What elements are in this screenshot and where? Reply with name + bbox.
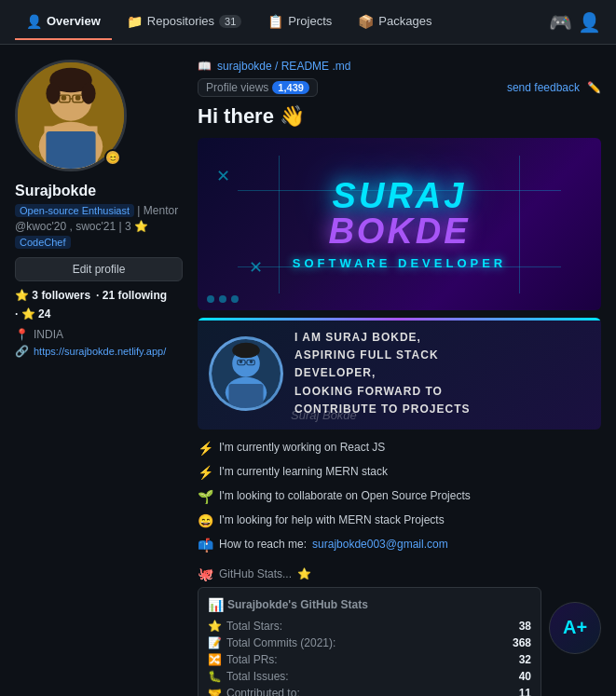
follow-stats: ⭐ 3 followers · 21 following · ⭐ 24 — [15, 289, 183, 321]
commits-value: 368 — [513, 636, 531, 649]
issues-label: Total Issues: — [226, 670, 289, 683]
followers-label: followers — [41, 289, 90, 302]
meta-website[interactable]: 🔗 https://surajbokde.netlify.app/ — [15, 345, 183, 358]
tab-packages-label: Packages — [378, 14, 431, 28]
banner-dots — [207, 295, 239, 303]
profile-view-row: Profile views 1,439 send feedback ✏️ — [198, 78, 601, 97]
bullet-text-3: I'm looking for help with MERN stack Pro… — [219, 512, 445, 528]
profile-view-badge: Profile views 1,439 — [198, 78, 318, 97]
info-line-3: DEVELOPER, — [294, 364, 590, 382]
banner-dot-2 — [219, 295, 226, 303]
contributed-label: Contributed to: — [226, 687, 300, 696]
edit-icon[interactable]: ✏️ — [587, 81, 601, 94]
commits-icon: 📝 — [208, 636, 222, 649]
avatar-wrap: 😊 — [15, 60, 127, 171]
stats-row-contributed: 🤝 Contributed to: 11 — [208, 687, 531, 696]
banner-name-bot: BOKDE — [293, 213, 506, 249]
stats-row-stars: ⭐ Total Stars: 38 — [208, 620, 531, 633]
repositories-icon: 📁 — [127, 14, 143, 29]
nav-emoji-1: 🎮 — [549, 11, 572, 34]
followers-count: 3 — [32, 289, 38, 302]
stats-row-prs: 🔀 Total PRs: 32 — [208, 653, 531, 666]
banner-name-top: SURAJ — [293, 178, 506, 213]
banner-text: SURAJ BOKDE SOFTWARE DEVELOPER — [293, 178, 506, 270]
list-item-1: ⚡ I'm currently learning MERN stack — [198, 463, 601, 483]
send-feedback-link[interactable]: send feedback — [507, 81, 580, 94]
info-text: I AM SURAJ BOKDE, ASPIRING FULL STACK DE… — [294, 329, 590, 418]
edit-profile-button[interactable]: Edit profile — [15, 257, 183, 281]
location-text: INDIA — [34, 328, 63, 341]
info-line-4: LOOKING FORWARD TO — [294, 383, 590, 401]
stats-section: 📊 Surajbokde's GitHub Stats ⭐ Total Star… — [198, 587, 601, 696]
bullet-text-4: How to reach me: — [219, 536, 307, 553]
banner-dot-3 — [231, 295, 239, 303]
list-item-0: ⚡ I'm currently working on React JS — [198, 439, 601, 458]
profile-meta: 📍 INDIA 🔗 https://surajbokde.netlify.app… — [15, 328, 183, 358]
bullet-icon-0: ⚡ — [198, 439, 213, 458]
readme-header: 📖 surajbokde / README .md — [198, 60, 601, 73]
tab-projects[interactable]: 📋 Projects — [256, 5, 343, 40]
github-stats-label: GitHub Stats... — [219, 567, 292, 580]
tab-overview[interactable]: 👤 Overview — [15, 5, 112, 40]
following-count: 21 — [103, 289, 115, 302]
tab-overview-label: Overview — [47, 14, 101, 28]
info-card-bar — [198, 318, 601, 321]
issues-icon: 🐛 — [208, 670, 222, 683]
readme-path[interactable]: surajbokde / README .md — [217, 60, 350, 73]
grade-badge: A+ — [549, 602, 601, 654]
banner-image: ✕ ✕ SURAJ BOKDE SOFTWARE DEVELOPER — [198, 138, 601, 310]
stars-value: 38 — [519, 620, 531, 633]
wave-emoji: 👋 — [280, 104, 305, 129]
tab-repositories[interactable]: 📁 Repositories 31 — [116, 5, 253, 40]
stars-label: Total Stars: — [226, 620, 282, 633]
projects-icon: 📋 — [267, 14, 283, 29]
email-link[interactable]: surajbokde003@gmail.com — [312, 536, 448, 553]
bio-mentor: | Mentor — [137, 204, 178, 217]
profile-username: Surajbokde — [15, 183, 183, 199]
list-item-3: 😄 I'm looking for help with MERN stack P… — [198, 512, 601, 531]
main-content: 📖 surajbokde / README .md Profile views … — [198, 60, 601, 696]
bullet-text-2: I'm looking to collaborate on Open Sourc… — [219, 487, 471, 504]
bullet-icon-2: 🌱 — [198, 487, 213, 507]
nav-avatar-group: 🎮 👤 — [549, 11, 601, 34]
tab-repositories-label: Repositories — [147, 14, 214, 28]
github-badge-icon: ⭐ — [297, 567, 311, 580]
svg-point-11 — [46, 83, 60, 104]
svg-point-5 — [62, 95, 67, 101]
bio-codechef-tag: CodeChef — [15, 236, 71, 249]
svg-rect-4 — [46, 131, 95, 169]
readme-book-icon: 📖 — [198, 60, 212, 73]
commits-label: Total Commits (2021): — [226, 636, 335, 649]
bio-extra: @kwoc'20 , swoc'21 | 3 ⭐ — [15, 220, 148, 233]
info-avatar — [209, 336, 283, 411]
stats-card-title: 📊 Surajbokde's GitHub Stats — [208, 597, 531, 612]
prs-value: 32 — [519, 653, 531, 666]
tab-packages[interactable]: 📦 Packages — [347, 5, 443, 40]
list-item-2: 🌱 I'm looking to collaborate on Open Sou… — [198, 487, 601, 507]
bullet-icon-1: ⚡ — [198, 463, 213, 483]
following-label: following — [117, 289, 167, 302]
svg-point-18 — [250, 360, 253, 363]
nav-avatar[interactable]: 👤 — [578, 11, 601, 34]
hi-there-text: Hi there — [198, 104, 274, 129]
bullet-text-0: I'm currently working on React JS — [219, 439, 385, 456]
profile-bio: Open-source Enthusiast | Mentor @kwoc'20… — [15, 203, 183, 250]
main-layout: 😊 Surajbokde Open-source Enthusiast | Me… — [0, 45, 616, 696]
svg-point-17 — [240, 360, 243, 363]
stats-title-icon: 📊 — [208, 597, 224, 612]
stats-row-commits: 📝 Total Commits (2021): 368 — [208, 636, 531, 649]
banner-deco-x2: ✕ — [249, 257, 263, 278]
stars-count: 24 — [38, 307, 50, 321]
sidebar: 😊 Surajbokde Open-source Enthusiast | Me… — [15, 60, 183, 696]
stats-row-issues: 🐛 Total Issues: 40 — [208, 670, 531, 683]
tab-projects-label: Projects — [288, 14, 332, 28]
bullet-icon-3: 😄 — [198, 512, 213, 531]
info-line-1: I AM SURAJ BOKDE, — [294, 329, 590, 347]
info-card: I AM SURAJ BOKDE, ASPIRING FULL STACK DE… — [198, 318, 601, 430]
stats-title-text: Surajbokde's GitHub Stats — [227, 598, 368, 611]
svg-point-22 — [232, 343, 260, 359]
issues-value: 40 — [519, 670, 531, 683]
svg-rect-16 — [229, 384, 264, 410]
svg-point-12 — [81, 83, 95, 104]
link-icon: 🔗 — [15, 345, 29, 358]
